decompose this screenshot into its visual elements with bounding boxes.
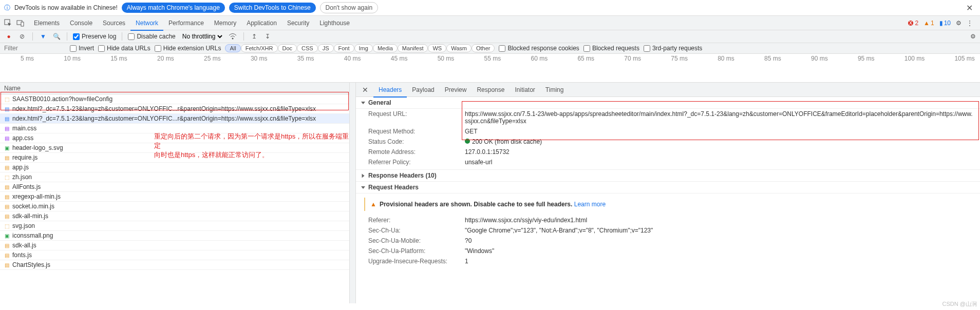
panel-settings-icon[interactable]: ⚙ [969,32,977,41]
warning-icon: ▲ [370,201,376,208]
tab-network[interactable]: Network [130,16,163,31]
status-code-label: Status Code: [368,138,461,145]
filter-chip-img[interactable]: Img [354,44,373,52]
request-name: socket.io.min.js [12,203,54,210]
filter-chip-wasm[interactable]: Wasm [446,44,472,52]
tab-lighthouse[interactable]: Lighthouse [314,16,355,30]
switch-devtools-button[interactable]: Switch DevTools to Chinese [229,3,316,13]
record-icon[interactable]: ● [4,33,13,40]
timeline-overview[interactable]: 5 ms10 ms15 ms20 ms25 ms30 ms35 ms40 ms4… [0,54,980,83]
filter-icon[interactable]: ▼ [39,33,48,40]
disable-cache-checkbox[interactable]: Disable cache [128,33,175,40]
request-row[interactable]: ▤sdk-all-min.js [0,211,355,221]
js-file-icon: ▤ [3,183,10,190]
detail-tabs: ✕ HeadersPayloadPreviewResponseInitiator… [356,83,980,97]
detail-tab-response[interactable]: Response [472,83,510,96]
request-row[interactable]: ⬚zh.json [0,172,355,182]
tab-application[interactable]: Application [241,16,282,30]
request-row[interactable]: ⬚svg.json [0,221,355,231]
css-file-icon: ▤ [3,125,10,132]
filter-bar: Invert Hide data URLs Hide extension URL… [0,43,980,54]
more-icon[interactable]: ⋮ [967,20,973,27]
request-headers-section[interactable]: Request Headers [356,182,980,193]
filter-chip-fetchxhr[interactable]: Fetch/XHR [241,44,278,52]
download-icon[interactable]: ↧ [263,33,272,40]
detail-tab-initiator[interactable]: Initiator [510,83,540,96]
filter-chip-doc[interactable]: Doc [278,44,297,52]
remote-address-value: 127.0.0.1:15732 [465,148,975,156]
filter-chip-media[interactable]: Media [373,44,398,52]
request-row[interactable]: ▤AllFonts.js [0,182,355,192]
header-key: Sec-Ch-Ua-Platform: [368,247,461,255]
wifi-icon[interactable] [229,33,238,40]
tab-security[interactable]: Security [282,16,314,30]
header-value: https://www.ssjxx.cn/ssjy/viy-edu/index1… [465,217,975,224]
filter-chip-ws[interactable]: WS [428,44,446,52]
close-icon[interactable]: ✕ [963,3,976,13]
detail-tab-headers[interactable]: Headers [373,83,407,98]
request-details: ✕ HeadersPayloadPreviewResponseInitiator… [356,83,980,303]
throttling-select[interactable]: No throttling [180,32,224,41]
svg-rect-2 [21,22,24,26]
hide-data-urls-checkbox[interactable]: Hide data URLs [98,45,150,52]
tab-performance[interactable]: Performance [163,16,209,30]
detail-tab-payload[interactable]: Payload [407,83,439,96]
blocked-response-cookies-checkbox[interactable]: Blocked response cookies [499,45,579,52]
tab-console[interactable]: Console [65,16,98,30]
clear-icon[interactable]: ⊘ [17,33,27,40]
filter-chip-all[interactable]: All [225,44,240,52]
img-file-icon: ▣ [3,232,10,239]
img-file-icon: ▣ [3,144,10,151]
learn-more-link[interactable]: Learn more [574,201,606,208]
tab-memory[interactable]: Memory [209,16,241,30]
close-details-icon[interactable]: ✕ [359,86,371,94]
js-file-icon: ▤ [3,203,10,210]
request-row[interactable]: ▤app.js [0,163,355,172]
tab-elements[interactable]: Elements [29,16,65,30]
xhr-file-icon: ⬚ [3,173,10,181]
request-row[interactable]: ▤ChartStyles.js [0,260,355,270]
filter-chip-other[interactable]: Other [472,44,495,52]
error-count[interactable]: x2 [908,20,918,27]
hide-extension-urls-checkbox[interactable]: Hide extension URLs [155,45,221,52]
filter-chip-js[interactable]: JS [318,44,334,52]
warning-count[interactable]: ▲ 1 [924,20,934,27]
settings-icon[interactable]: ⚙ [956,20,962,27]
header-key: Sec-Ch-Ua: [368,227,461,234]
annotation-text-1: 重定向后的第二个请求，因为第一个请求是https，所以在服务端重定 [154,132,355,150]
annotation-box-1 [1,92,349,110]
request-row[interactable]: ▤xregexp-all-min.js [0,192,355,202]
upload-icon[interactable]: ↥ [250,33,259,40]
device-toolbar-icon[interactable] [16,19,29,27]
annotation-text-2: 向时也是https，这样就能正常访问了。 [154,150,269,160]
request-row[interactable]: ▤socket.io.min.js [0,202,355,211]
third-party-checkbox[interactable]: 3rd-party requests [644,45,702,52]
remote-address-label: Remote Address: [368,148,461,156]
invert-checkbox[interactable]: Invert [70,45,94,52]
info-icon: ⓘ [4,4,10,12]
detail-tab-preview[interactable]: Preview [440,83,472,96]
inspect-icon[interactable] [4,19,16,27]
request-name: main.css [12,125,36,132]
response-headers-section[interactable]: Response Headers (10) [356,169,980,182]
request-row[interactable]: ▤fonts.js [0,250,355,260]
search-icon[interactable]: 🔍 [52,33,61,40]
header-key: Referer: [368,217,461,224]
info-count[interactable]: ▮ 10 [939,20,951,27]
filter-chip-manifest[interactable]: Manifest [398,44,428,52]
filter-chip-font[interactable]: Font [334,44,354,52]
blocked-requests-checkbox[interactable]: Blocked requests [583,45,639,52]
request-row[interactable]: ▤sdk-all.js [0,241,355,250]
tab-sources[interactable]: Sources [98,16,130,30]
always-match-button[interactable]: Always match Chrome's language [122,3,225,13]
js-file-icon: ▤ [3,242,10,249]
filter-chip-css[interactable]: CSS [297,44,318,52]
request-row[interactable]: ▣iconssmall.png [0,231,355,241]
request-name: fonts.js [12,251,32,259]
request-name: sdk-all.js [12,242,36,249]
preserve-log-checkbox[interactable]: Preserve log [73,33,116,40]
request-row[interactable]: ▤ndex.html?_dc=7.5.1-23&lang=zh&customer… [0,114,355,124]
filter-input[interactable] [4,45,66,52]
dont-show-again-button[interactable]: Don't show again [320,2,379,13]
detail-tab-timing[interactable]: Timing [540,83,569,96]
